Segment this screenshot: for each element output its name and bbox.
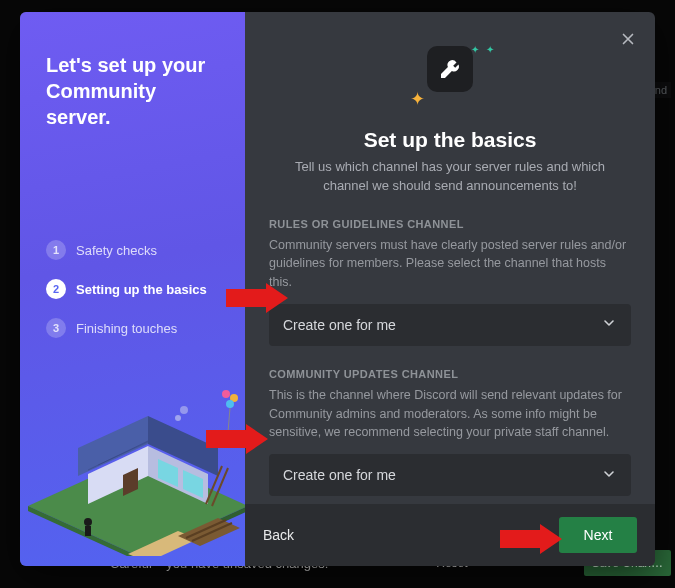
svg-line-5 — [186, 520, 226, 538]
section-description: Community servers must have clearly post… — [269, 236, 631, 292]
svg-marker-9 — [78, 416, 148, 476]
step-label: Safety checks — [76, 243, 157, 258]
svg-point-17 — [180, 406, 188, 414]
svg-marker-1 — [28, 506, 138, 556]
community-setup-modal: Let's set up your Community server. 1 Sa… — [20, 12, 655, 566]
svg-marker-0 — [28, 456, 248, 556]
svg-marker-10 — [148, 416, 218, 476]
section-description: This is the channel where Discord will s… — [269, 386, 631, 442]
svg-marker-3 — [128, 531, 198, 556]
step-setting-up-basics[interactable]: 2 Setting up the basics — [46, 279, 219, 299]
step-safety-checks[interactable]: 1 Safety checks — [46, 240, 219, 260]
modal-subtitle: Tell us which channel has your server ru… — [245, 152, 655, 196]
svg-line-12 — [98, 442, 148, 465]
step-number: 2 — [46, 279, 66, 299]
close-button[interactable] — [619, 30, 637, 52]
wrench-tile — [427, 46, 473, 92]
svg-line-25 — [228, 408, 230, 432]
svg-point-22 — [222, 390, 230, 398]
modal-heading: Set up the basics — [245, 128, 655, 152]
svg-marker-13 — [123, 468, 138, 496]
svg-point-20 — [84, 518, 92, 526]
sidebar-title: Let's set up your Community server. — [46, 52, 219, 130]
sidebar-illustration — [28, 386, 245, 556]
updates-channel-section: COMMUNITY UPDATES CHANNEL This is the ch… — [245, 368, 655, 496]
svg-marker-15 — [183, 470, 203, 498]
step-number: 3 — [46, 318, 66, 338]
section-label: COMMUNITY UPDATES CHANNEL — [269, 368, 631, 380]
svg-marker-14 — [158, 459, 178, 487]
svg-marker-2 — [138, 506, 248, 556]
modal-footer: Back Next — [245, 504, 655, 566]
svg-line-19 — [212, 468, 228, 506]
svg-rect-21 — [85, 526, 91, 536]
setup-sidebar: Let's set up your Community server. 1 Sa… — [20, 12, 245, 566]
modal-main: ✦ ✦ ✦ Set up the basics Tell us which ch… — [245, 12, 655, 566]
svg-marker-4 — [178, 518, 240, 546]
svg-line-6 — [192, 523, 232, 541]
close-icon — [619, 30, 637, 48]
step-number: 1 — [46, 240, 66, 260]
select-value: Create one for me — [283, 467, 396, 483]
back-button[interactable]: Back — [263, 527, 294, 543]
step-finishing-touches[interactable]: 3 Finishing touches — [46, 318, 219, 338]
chevron-down-icon — [601, 466, 617, 485]
svg-line-11 — [88, 441, 148, 470]
next-button[interactable]: Next — [559, 517, 637, 553]
section-label: RULES OR GUIDELINES CHANNEL — [269, 218, 631, 230]
step-label: Setting up the basics — [76, 282, 207, 297]
svg-point-16 — [175, 415, 181, 421]
rules-channel-section: RULES OR GUIDELINES CHANNEL Community se… — [245, 218, 655, 346]
setup-steps: 1 Safety checks 2 Setting up the basics … — [46, 240, 219, 338]
svg-point-23 — [230, 394, 238, 402]
updates-channel-select[interactable]: Create one for me — [269, 454, 631, 496]
wrench-icon — [438, 57, 462, 81]
step-label: Finishing touches — [76, 321, 177, 336]
svg-marker-7 — [88, 446, 148, 504]
svg-marker-8 — [148, 446, 208, 504]
header-icon-group: ✦ ✦ ✦ — [400, 46, 500, 116]
select-value: Create one for me — [283, 317, 396, 333]
chevron-down-icon — [601, 315, 617, 334]
sparkle-icon: ✦ ✦ — [471, 44, 496, 55]
sparkle-icon: ✦ — [410, 88, 425, 110]
svg-point-24 — [226, 400, 234, 408]
svg-line-18 — [206, 466, 222, 504]
rules-channel-select[interactable]: Create one for me — [269, 304, 631, 346]
